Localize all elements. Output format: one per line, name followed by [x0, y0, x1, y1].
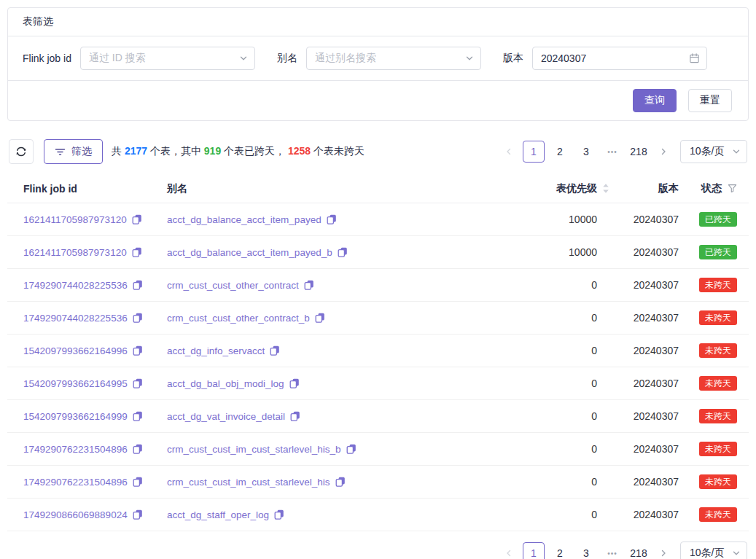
alias-link[interactable]: acct_dg_info_servacct: [167, 345, 265, 356]
copy-icon[interactable]: [335, 477, 346, 487]
flink-job-id-link[interactable]: 1749290744028225536: [23, 313, 128, 324]
status-badge: 未跨天: [699, 310, 737, 325]
copy-icon[interactable]: [289, 378, 300, 388]
pagination-bottom: 123•••218: [499, 542, 673, 559]
chevron-down-icon: [465, 54, 474, 63]
flink-job-id-link[interactable]: 1542097993662164996: [23, 345, 128, 356]
copy-icon[interactable]: [338, 247, 348, 257]
pagination-page-2[interactable]: 2: [549, 141, 571, 163]
alias-link[interactable]: acct_dg_vat_invoice_detail: [167, 411, 285, 422]
pagination-page-218[interactable]: 218: [628, 141, 650, 163]
page-size-select[interactable]: 10条/页: [680, 542, 747, 559]
pagination-next-button[interactable]: [654, 542, 673, 559]
copy-icon[interactable]: [133, 411, 143, 421]
status-badge: 未跨天: [699, 474, 737, 489]
copy-icon[interactable]: [346, 444, 356, 454]
copy-icon[interactable]: [304, 280, 314, 290]
search-button[interactable]: 查询: [633, 89, 677, 112]
table-header-row: Flink job id 别名 表优先级 版本 状态: [7, 174, 749, 203]
flink-job-id-link[interactable]: 1749290762231504896: [23, 477, 128, 488]
copy-icon[interactable]: [133, 477, 143, 487]
alias-link[interactable]: crm_cust_cust_other_contract: [167, 280, 299, 291]
status-cell: 未跨天: [679, 310, 737, 325]
alias-link[interactable]: acct_dg_bal_obj_modi_log: [167, 378, 284, 389]
version-date-input[interactable]: 20240307: [532, 47, 707, 70]
flink-job-id-link[interactable]: 1621411705987973120: [23, 247, 127, 258]
refresh-icon: [15, 146, 27, 157]
alias-cell: acct_dg_vat_invoice_detail: [167, 411, 500, 422]
pagination-prev-button[interactable]: [499, 542, 518, 559]
version-value: 20240307: [609, 312, 679, 324]
alias-select[interactable]: 通过别名搜索: [306, 47, 481, 70]
funnel-filter-icon[interactable]: [728, 184, 737, 193]
status-cell: 未跨天: [679, 343, 737, 358]
copy-icon[interactable]: [133, 280, 143, 290]
copy-icon[interactable]: [132, 247, 142, 257]
copy-icon[interactable]: [274, 509, 284, 520]
priority-value: 0: [500, 410, 609, 422]
status-badge: 未跨天: [699, 376, 737, 391]
pagination-page-1[interactable]: 1: [523, 141, 545, 163]
pagination-page-218[interactable]: 218: [628, 542, 650, 559]
summary-count-blue: 2177: [125, 145, 147, 157]
flink-job-id-link[interactable]: 1542097993662164995: [23, 378, 128, 389]
pagination-ellipsis: •••: [601, 542, 623, 559]
tables-table: Flink job id 别名 表优先级 版本 状态: [7, 174, 749, 531]
chevron-down-icon: [732, 549, 741, 558]
alias-link[interactable]: acct_dg_staff_oper_log: [167, 509, 269, 520]
flink-job-id-link[interactable]: 1621411705987973120: [23, 214, 127, 225]
flink-job-id-cell: 1621411705987973120: [23, 247, 167, 258]
copy-icon[interactable]: [290, 411, 300, 421]
table-row: 1749290744028225536 crm_cust_cust_other_…: [7, 269, 749, 302]
copy-icon[interactable]: [133, 444, 143, 454]
flink-job-id-select[interactable]: 通过 ID 搜索: [80, 47, 255, 70]
reset-button[interactable]: 重置: [688, 89, 732, 112]
copy-icon[interactable]: [132, 214, 142, 224]
alias-link[interactable]: crm_cust_cust_im_cust_starlevel_his_b: [167, 444, 341, 455]
summary-text: 个表已跨天，: [221, 145, 288, 157]
alias-link[interactable]: crm_cust_cust_other_contract_b: [167, 313, 310, 324]
status-badge: 未跨天: [699, 343, 737, 358]
pagination-prev-button[interactable]: [499, 141, 518, 163]
sort-icon[interactable]: [602, 183, 609, 194]
version-value: 20240307: [609, 279, 679, 291]
status-cell: 已跨天: [679, 212, 737, 227]
table-row: 1749290866069889024 acct_dg_staff_oper_l…: [7, 499, 749, 531]
copy-icon[interactable]: [133, 313, 143, 323]
flink-job-id-cell: 1542097993662164996: [23, 345, 167, 356]
filter-toggle-button[interactable]: 筛选: [44, 139, 103, 164]
flink-job-id-link[interactable]: 1749290744028225536: [23, 280, 128, 291]
copy-icon[interactable]: [315, 313, 325, 323]
copy-icon[interactable]: [270, 345, 280, 356]
copy-icon[interactable]: [133, 509, 143, 520]
copy-icon[interactable]: [133, 378, 143, 388]
pagination-page-2[interactable]: 2: [549, 542, 571, 559]
pagination-page-1[interactable]: 1: [523, 542, 545, 559]
refresh-button[interactable]: [9, 139, 34, 164]
flink-job-id-placeholder: 通过 ID 搜索: [89, 52, 146, 65]
status-badge: 已跨天: [699, 245, 737, 259]
toolbar-pagination-area: 123•••218 10条/页: [499, 140, 747, 163]
pagination-top: 123•••218: [499, 141, 673, 163]
flink-job-id-link[interactable]: 1749290866069889024: [23, 509, 128, 520]
bottom-pagination-area: 123•••218 10条/页: [7, 542, 747, 559]
status-cell: 未跨天: [679, 507, 737, 522]
page-size-value: 10条/页: [690, 547, 724, 559]
pagination-page-3[interactable]: 3: [575, 141, 597, 163]
flink-job-id-link[interactable]: 1542097993662164999: [23, 411, 128, 422]
flink-job-id-link[interactable]: 1749290762231504896: [23, 444, 128, 455]
flink-job-id-cell: 1542097993662164995: [23, 378, 167, 389]
page-size-select[interactable]: 10条/页: [680, 140, 747, 163]
alias-cell: acct_dg_balance_acct_item_payed: [167, 214, 500, 225]
alias-link[interactable]: acct_dg_balance_acct_item_payed: [167, 214, 322, 225]
alias-cell: crm_cust_cust_other_contract_b: [167, 313, 500, 324]
version-value: 20240307: [609, 443, 679, 455]
copy-icon[interactable]: [133, 345, 143, 356]
pagination-next-button[interactable]: [654, 141, 673, 163]
summary-count-green: 919: [204, 145, 221, 157]
copy-icon[interactable]: [327, 214, 337, 224]
field-flink-job-id: Flink job id 通过 ID 搜索: [23, 47, 255, 70]
alias-link[interactable]: acct_dg_balance_acct_item_payed_b: [167, 247, 332, 258]
alias-link[interactable]: crm_cust_cust_im_cust_starlevel_his: [167, 477, 330, 488]
pagination-page-3[interactable]: 3: [575, 542, 597, 559]
